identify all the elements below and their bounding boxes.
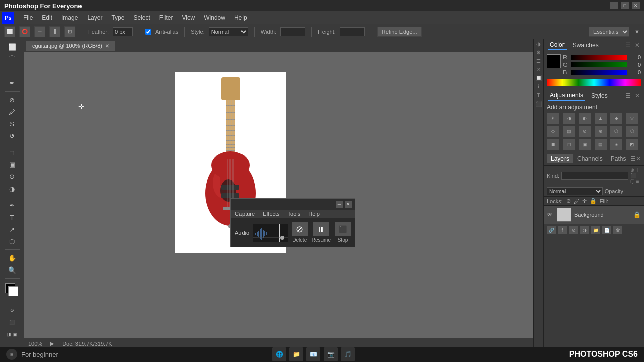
lock-image-icon[interactable]: 🖊 xyxy=(574,198,579,204)
menu-image[interactable]: Image xyxy=(57,13,82,23)
add-style-btn[interactable]: f xyxy=(558,226,567,234)
color-spectrum[interactable] xyxy=(547,79,641,86)
height-input[interactable] xyxy=(340,27,365,36)
color-panel-close[interactable]: ✕ xyxy=(635,42,640,49)
lock-position-icon[interactable]: ✛ xyxy=(582,198,587,204)
shape-tool[interactable]: ⬡ xyxy=(7,236,18,247)
mini-info-icon[interactable]: ℹ xyxy=(538,84,540,89)
adjustments-close[interactable]: ✕ xyxy=(635,92,640,99)
resume-button[interactable]: ⏸ Resume xyxy=(312,222,331,243)
stop-button[interactable]: ⬛ Stop xyxy=(335,222,351,243)
taskbar-icon-1[interactable]: 🌐 xyxy=(272,347,286,361)
close-button[interactable]: ✕ xyxy=(632,2,640,9)
main-color-swatch[interactable] xyxy=(547,54,561,68)
kind-input[interactable] xyxy=(561,172,628,180)
gradient-tool[interactable]: ▣ xyxy=(7,159,18,170)
posterize-adj[interactable]: ⬡ xyxy=(626,126,638,137)
menu-view[interactable]: View xyxy=(178,13,199,23)
foreground-color[interactable] xyxy=(8,286,18,296)
styles-tab[interactable]: Styles xyxy=(589,91,610,100)
levels-adj[interactable]: ◐ xyxy=(579,113,591,124)
pen-tool[interactable]: ✒ xyxy=(7,200,18,211)
color-tab[interactable]: Color xyxy=(548,40,567,50)
adjustments-tab[interactable]: Adjustments xyxy=(548,90,585,101)
blue-slider[interactable] xyxy=(571,70,627,75)
colorbalance-adj[interactable]: ◇ xyxy=(547,126,559,137)
photo-filter-adj[interactable]: ⊙ xyxy=(579,126,591,137)
sel-color-adj[interactable]: ◈ xyxy=(610,139,622,150)
swatches-tab[interactable]: Swatches xyxy=(571,41,601,50)
lasso-tool[interactable]: ⌒ xyxy=(7,53,18,64)
feather-input[interactable] xyxy=(113,27,133,36)
mask-btn[interactable]: ⊙ xyxy=(569,226,578,234)
layer-visibility-icon[interactable]: 👁 xyxy=(547,211,554,218)
red-slider[interactable] xyxy=(571,55,627,60)
vibrance-adj[interactable]: ◆ xyxy=(610,113,622,124)
gradient-map-adj[interactable]: ▤ xyxy=(595,139,607,150)
audio-close-btn[interactable]: ✕ xyxy=(345,201,352,208)
color-swatch[interactable] xyxy=(5,283,19,297)
windows-logo[interactable]: ⊞ xyxy=(6,349,17,360)
taskbar-icon-3[interactable]: 📧 xyxy=(306,347,320,361)
blend-mode-select[interactable]: Normal xyxy=(547,187,603,195)
close-tab-button[interactable]: ✕ xyxy=(105,43,109,49)
taskbar-icon-4[interactable]: 📷 xyxy=(324,347,338,361)
path-selection-tool[interactable]: ↗ xyxy=(7,224,18,235)
spot-healing-tool[interactable]: ⊘ xyxy=(7,94,18,105)
audio-menu-tools[interactable]: Tools xyxy=(284,210,305,218)
history-brush-tool[interactable]: ↺ xyxy=(7,130,18,141)
paths-tab[interactable]: Paths xyxy=(607,154,630,163)
mini-color-icon[interactable]: ◑ xyxy=(536,41,541,47)
quick-mask-btn[interactable]: ⊙ xyxy=(7,305,18,316)
mini-history-icon[interactable]: ☰ xyxy=(536,58,541,64)
blur-tool[interactable]: ⊙ xyxy=(7,171,18,182)
rectangular-marquee-tool[interactable]: ⬜ xyxy=(7,41,18,52)
mini-layer-icon[interactable]: 🔲 xyxy=(536,75,542,81)
lock-all-icon[interactable]: 🔒 xyxy=(590,198,597,204)
mini-adjust-icon[interactable]: ⚙ xyxy=(536,50,541,55)
taskbar-icon-5[interactable]: 🎵 xyxy=(341,347,355,361)
brush-tool[interactable]: 🖊 xyxy=(7,106,18,117)
menu-filter[interactable]: Filter xyxy=(155,13,177,23)
mini-close-icon[interactable]: ✕ xyxy=(537,67,541,72)
lock-transparent-icon[interactable]: ⊘ xyxy=(566,198,571,204)
delete-button[interactable]: ⊘ Delete xyxy=(292,222,308,243)
workspace-select[interactable]: Essentials xyxy=(589,27,629,37)
mini-type-icon[interactable]: T xyxy=(537,93,540,98)
minimize-button[interactable]: ─ xyxy=(610,2,618,9)
curves-adj[interactable]: ◑ xyxy=(563,113,575,124)
color-panel-menu[interactable]: ☰ xyxy=(625,42,631,49)
hand-tool[interactable]: ✋ xyxy=(7,252,18,263)
threshold-adj[interactable]: ▣ xyxy=(579,139,591,150)
canvas-background[interactable]: ✛ xyxy=(24,52,533,338)
menu-edit[interactable]: Edit xyxy=(38,13,56,23)
marquee-tool-extra[interactable]: ⊡ xyxy=(64,26,75,37)
invert-adj[interactable]: ◼ xyxy=(547,139,559,150)
link-layers-btn[interactable]: 🔗 xyxy=(547,226,556,234)
type-tool[interactable]: T xyxy=(7,212,18,223)
group-btn[interactable]: 📁 xyxy=(591,226,600,234)
style-select[interactable]: Normal Fixed Ratio Fixed Size xyxy=(209,27,248,36)
adjustment-btn[interactable]: ◑ xyxy=(580,226,589,234)
audio-menu-help[interactable]: Help xyxy=(304,210,324,218)
delete-layer-btn[interactable]: 🗑 xyxy=(613,226,622,234)
marquee-tool-row[interactable]: ═ xyxy=(34,26,45,37)
audio-menu-effects[interactable]: Effects xyxy=(259,210,283,218)
audio-menu-capture[interactable]: Capture xyxy=(231,210,259,218)
channel-mixer-adj[interactable]: ⊕ xyxy=(595,126,607,137)
menu-layer[interactable]: Layer xyxy=(83,13,106,23)
bw-adj[interactable]: ▤ xyxy=(563,126,575,137)
exposure-adj[interactable]: ▲ xyxy=(595,113,607,124)
dodge-tool[interactable]: ◑ xyxy=(7,183,18,194)
solarize-adj[interactable]: ◻ xyxy=(563,139,575,150)
eraser-tool[interactable]: ◻ xyxy=(7,147,18,158)
mini-dark-icon[interactable]: ⬛ xyxy=(536,101,542,107)
marquee-tool-rect[interactable]: ⬜ xyxy=(4,26,15,37)
screen-mode-btn[interactable]: ⬛ xyxy=(7,317,18,328)
canvas-tab[interactable]: cguitar.jpg @ 100% (RGB/8) ✕ xyxy=(26,41,115,51)
layers-tab[interactable]: Layers xyxy=(547,154,573,163)
zoom-tool[interactable]: 🔍 xyxy=(7,264,18,276)
clone-stamp-tool[interactable]: S xyxy=(7,118,18,129)
hue-adj[interactable]: ▽ xyxy=(626,113,638,124)
color-lookup-adj[interactable]: ⬡ xyxy=(610,126,622,137)
